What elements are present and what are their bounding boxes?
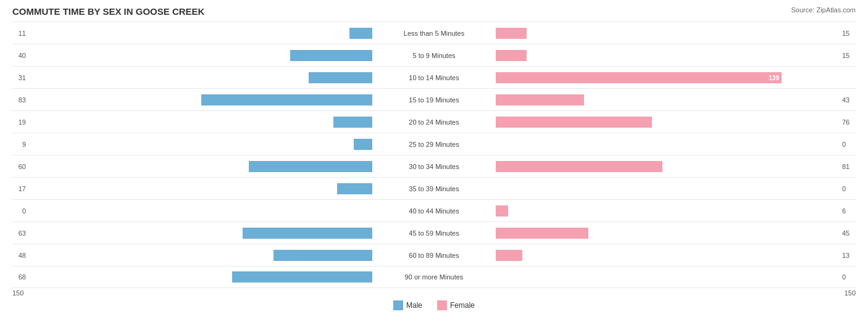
female-bar — [496, 161, 662, 172]
female-bar-container — [496, 183, 840, 194]
female-value-inside: 139 — [769, 74, 779, 81]
male-value: 11 — [12, 30, 26, 37]
female-bar-container — [496, 250, 840, 261]
axis-right: 150 — [845, 289, 856, 297]
female-side: 13 — [496, 250, 856, 261]
male-side: 48 — [12, 250, 372, 261]
female-bar-container: 139 — [496, 72, 856, 83]
row-label: Less than 5 Minutes — [372, 30, 496, 37]
female-bar — [496, 50, 527, 61]
male-bar-container — [28, 117, 372, 128]
female-side: 6 — [496, 205, 856, 217]
male-side: 68 — [12, 271, 372, 283]
row-label: 5 to 9 Minutes — [372, 52, 496, 59]
male-bar-container — [28, 94, 372, 105]
female-bar-container — [496, 228, 840, 239]
axis-labels: 150 150 — [12, 289, 856, 297]
female-value: 15 — [842, 52, 856, 59]
row-label: 15 to 19 Minutes — [372, 96, 496, 104]
row-label: 90 or more Minutes — [372, 273, 496, 281]
female-bar-container — [496, 94, 840, 105]
male-side: 11 — [12, 28, 372, 39]
axis-left: 150 — [12, 289, 23, 297]
male-bar-container — [28, 250, 372, 261]
female-side: 81 — [496, 161, 856, 172]
male-bar-container — [28, 271, 372, 283]
female-bar — [496, 228, 588, 239]
legend-female-label: Female — [450, 301, 475, 310]
female-value: 0 — [842, 185, 856, 192]
female-bar-container — [496, 271, 840, 283]
male-value: 17 — [12, 185, 26, 192]
chart-row: 40 5 to 9 Minutes 15 — [12, 44, 856, 66]
female-side: 76 — [496, 117, 856, 128]
legend-female: Female — [437, 300, 475, 310]
female-bar-container — [496, 139, 840, 150]
female-side: 0 — [496, 271, 856, 283]
female-side: 15 — [496, 28, 856, 39]
chart-row: 63 45 to 59 Minutes 45 — [12, 221, 856, 244]
male-bar — [349, 28, 372, 39]
male-bar-container — [28, 205, 372, 217]
male-side: 19 — [12, 117, 372, 128]
row-label: 60 to 89 Minutes — [372, 252, 496, 259]
female-side: 15 — [496, 50, 856, 61]
female-side: 45 — [496, 228, 856, 239]
chart-row: 48 60 to 89 Minutes 13 — [12, 244, 856, 266]
female-bar — [496, 94, 584, 105]
female-bar-container — [496, 117, 840, 128]
female-value: 15 — [842, 30, 856, 37]
male-side: 31 — [12, 72, 372, 83]
male-bar-container — [28, 228, 372, 239]
female-bar — [496, 205, 508, 217]
male-value: 68 — [12, 273, 26, 281]
male-value: 19 — [12, 118, 26, 126]
legend: Male Female — [12, 300, 856, 310]
male-value: 83 — [12, 96, 26, 104]
chart-row: 17 35 to 39 Minutes 0 — [12, 177, 856, 199]
female-value: 0 — [842, 273, 856, 281]
female-side: 0 — [496, 139, 856, 150]
male-bar — [337, 183, 372, 194]
male-bar-container — [28, 161, 372, 172]
legend-female-box — [437, 300, 447, 310]
female-value: 45 — [842, 229, 856, 237]
male-side: 9 — [12, 139, 372, 150]
male-side: 83 — [12, 94, 372, 105]
chart-row: 11 Less than 5 Minutes 15 — [12, 22, 856, 44]
male-side: 60 — [12, 161, 372, 172]
male-value: 0 — [12, 207, 26, 215]
male-bar — [309, 72, 372, 83]
male-bar-container — [28, 50, 372, 61]
female-bar — [496, 28, 527, 39]
female-value: 6 — [842, 207, 856, 215]
male-bar — [249, 161, 372, 172]
male-side: 0 — [12, 205, 372, 217]
male-side: 63 — [12, 228, 372, 239]
legend-male-label: Male — [406, 301, 422, 310]
male-bar — [232, 271, 372, 283]
female-value: 81 — [842, 163, 856, 170]
female-value: 13 — [842, 252, 856, 259]
female-bar — [496, 117, 652, 128]
male-bar — [201, 94, 372, 105]
male-side: 40 — [12, 50, 372, 61]
chart-row: 83 15 to 19 Minutes 43 — [12, 88, 856, 110]
chart-row: 19 20 to 24 Minutes 76 — [12, 110, 856, 133]
male-bar-container — [28, 28, 372, 39]
chart-row: 0 40 to 44 Minutes 6 — [12, 199, 856, 221]
male-bar — [333, 117, 372, 128]
row-label: 45 to 59 Minutes — [372, 229, 496, 237]
chart-row: 31 10 to 14 Minutes 139 — [12, 66, 856, 88]
chart-source: Source: ZipAtlas.com — [791, 6, 856, 14]
male-value: 60 — [12, 163, 26, 170]
female-bar — [496, 250, 522, 261]
legend-male-box — [393, 300, 403, 310]
male-bar-container — [28, 139, 372, 150]
row-label: 35 to 39 Minutes — [372, 185, 496, 192]
chart-row: 60 30 to 34 Minutes 81 — [12, 155, 856, 177]
female-value: 0 — [842, 141, 856, 148]
male-value: 63 — [12, 229, 26, 237]
chart-area: 11 Less than 5 Minutes 15 40 — [12, 22, 856, 297]
chart-row: 9 25 to 29 Minutes 0 — [12, 133, 856, 155]
